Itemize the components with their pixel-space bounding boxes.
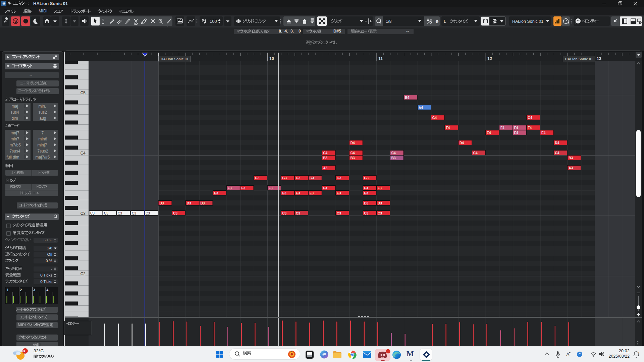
svg-text:E3: E3	[364, 191, 368, 195]
svg-text:HALion Sonic 01: HALion Sonic 01	[161, 57, 189, 61]
svg-text:9+: 9+	[23, 349, 27, 353]
svg-text:13: 13	[597, 56, 601, 61]
svg-text:G3: G3	[282, 176, 287, 180]
svg-text:3: 3	[33, 288, 35, 292]
svg-text:E4: E4	[541, 131, 546, 135]
svg-text:C3: C3	[296, 212, 300, 215]
svg-text:S: S	[14, 19, 17, 24]
svg-text:A3: A3	[323, 166, 327, 170]
svg-text:G4: G4	[432, 116, 437, 120]
svg-text:E3: E3	[310, 191, 314, 195]
svg-text:D3: D3	[201, 201, 205, 205]
svg-text:12: 12	[487, 56, 492, 61]
svg-text:F4: F4	[446, 126, 450, 130]
svg-text:D3: D3	[378, 201, 382, 205]
svg-text:B3: B3	[391, 156, 396, 160]
svg-text:A4: A4	[419, 106, 423, 110]
svg-text:F3: F3	[228, 186, 232, 190]
svg-text:100: 100	[210, 19, 217, 24]
svg-text:F3: F3	[378, 186, 382, 190]
svg-text:F4: F4	[528, 126, 532, 130]
svg-text:z: z	[638, 351, 639, 354]
svg-text:C4: C4	[391, 151, 396, 155]
svg-text:E3: E3	[214, 191, 218, 195]
svg-text:C2: C2	[80, 272, 86, 276]
svg-text:D4: D4	[555, 141, 559, 145]
svg-text:C3: C3	[364, 212, 368, 215]
svg-text:F3: F3	[241, 186, 246, 190]
svg-text:B3: B3	[351, 156, 355, 160]
svg-text:G4: G4	[528, 116, 532, 120]
svg-text:G3: G3	[310, 176, 314, 180]
svg-text:B3: B3	[323, 156, 327, 160]
svg-text:C4: C4	[351, 151, 355, 155]
svg-text:e: e	[436, 18, 439, 24]
svg-text:1: 1	[7, 288, 9, 292]
svg-text:C3: C3	[146, 212, 150, 215]
svg-text:2: 2	[20, 288, 22, 292]
svg-text:F4: F4	[514, 126, 518, 130]
svg-text:G3: G3	[337, 176, 341, 180]
svg-text:L: L	[444, 19, 446, 24]
svg-text:D3: D3	[187, 201, 191, 205]
svg-text:C3: C3	[173, 212, 177, 215]
svg-text:D4: D4	[351, 141, 355, 145]
svg-text:C3: C3	[104, 212, 108, 215]
svg-text:G3: G3	[255, 176, 260, 180]
svg-text:1/8: 1/8	[386, 19, 391, 24]
svg-text:C4: C4	[323, 151, 327, 155]
svg-text:D4: D4	[460, 141, 464, 145]
svg-text:11: 11	[378, 56, 383, 61]
svg-text:G3: G3	[364, 176, 369, 180]
svg-text:E3: E3	[296, 191, 300, 195]
svg-text:C3: C3	[90, 212, 95, 215]
svg-text:E3: E3	[282, 191, 286, 195]
svg-text:E4: E4	[487, 131, 491, 135]
svg-text:C5: C5	[80, 90, 86, 95]
svg-text:C3: C3	[378, 212, 382, 215]
svg-text:C4: C4	[555, 151, 559, 155]
svg-text:C4: C4	[80, 151, 86, 156]
svg-text:B3: B3	[569, 156, 573, 160]
svg-text:G3: G3	[296, 176, 301, 180]
svg-text:C3: C3	[132, 212, 136, 215]
svg-text:4: 4	[47, 288, 49, 292]
svg-text:HALion Sonic 01: HALion Sonic 01	[512, 19, 543, 24]
svg-text:F3: F3	[364, 186, 368, 190]
svg-text:F3: F3	[323, 186, 327, 190]
svg-text:F3: F3	[269, 186, 273, 190]
svg-text:C4: C4	[473, 151, 478, 155]
svg-text:E4: E4	[514, 131, 519, 135]
svg-text:HALion Sonic 01: HALion Sonic 01	[565, 57, 593, 61]
svg-text:A3: A3	[569, 166, 573, 170]
svg-text:D3: D3	[160, 201, 164, 205]
svg-text:C3: C3	[337, 212, 341, 215]
svg-text:F4: F4	[500, 126, 504, 130]
svg-text:B4: B4	[405, 96, 409, 100]
svg-text:E3: E3	[337, 191, 341, 195]
svg-text:D3: D3	[364, 201, 368, 205]
svg-text:C3: C3	[282, 212, 286, 215]
svg-text:C3: C3	[118, 212, 122, 215]
svg-text:10: 10	[269, 56, 274, 61]
svg-text:C3: C3	[80, 211, 86, 216]
